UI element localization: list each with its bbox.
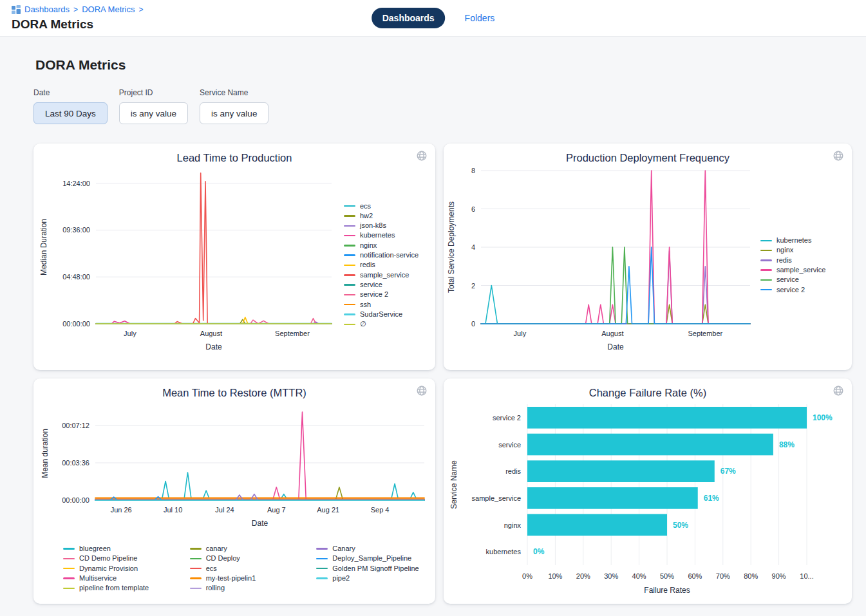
svg-text:09:36:00: 09:36:00 — [62, 226, 90, 234]
legend-swatch-icon — [344, 284, 355, 286]
legend-item[interactable]: service — [760, 275, 852, 285]
legend-item[interactable]: json-k8s — [344, 221, 435, 230]
tab-dashboards[interactable]: Dashboards — [372, 8, 446, 28]
legend-item[interactable]: ecs — [190, 564, 301, 574]
legend-item[interactable]: nginx — [344, 241, 435, 250]
svg-text:Service Name: Service Name — [449, 460, 458, 509]
svg-text:60%: 60% — [688, 572, 702, 580]
svg-text:4: 4 — [471, 243, 475, 251]
svg-text:Mean duration: Mean duration — [41, 429, 50, 478]
filter-project-id-button[interactable]: is any value — [119, 102, 188, 124]
legend-item[interactable]: pipe2 — [316, 574, 428, 583]
legend-swatch-icon — [316, 558, 328, 560]
tab-folders[interactable]: Folders — [465, 13, 495, 23]
breadcrumb-dora-metrics[interactable]: DORA Metrics — [82, 5, 135, 14]
legend-swatch-icon — [190, 588, 202, 590]
legend-swatch-icon — [344, 265, 355, 266]
legend-item[interactable]: service 2 — [344, 290, 435, 299]
globe-icon[interactable] — [833, 150, 844, 162]
svg-text:00:07:12: 00:07:12 — [62, 422, 89, 429]
svg-text:50%: 50% — [660, 572, 674, 580]
filter-service-name-button[interactable]: is any value — [200, 102, 268, 124]
legend-item[interactable]: ∅ — [344, 319, 435, 329]
legend-item[interactable]: redis — [344, 260, 435, 270]
legend-item[interactable]: ecs — [344, 201, 435, 211]
legend-label: pipe2 — [332, 574, 350, 583]
svg-text:Date: Date — [205, 342, 222, 351]
legend-label: ∅ — [360, 319, 366, 329]
legend-item[interactable]: canary — [190, 544, 301, 554]
svg-text:July: July — [514, 330, 527, 337]
legend-item[interactable]: Canary — [316, 544, 428, 554]
globe-icon[interactable] — [833, 385, 844, 397]
legend-swatch-icon — [190, 558, 202, 560]
filter-date-button[interactable]: Last 90 Days — [33, 102, 108, 124]
legend-item[interactable]: CD Deploy — [190, 554, 301, 563]
legend-item[interactable]: rolling — [190, 583, 301, 593]
legend-item[interactable]: redis — [760, 256, 852, 265]
lead-time-legend: ecshw2json-k8skubernetesnginxnotificatio… — [344, 201, 435, 330]
filter-date: Date Last 90 Days — [33, 88, 108, 124]
legend-label: canary — [206, 544, 227, 554]
legend-item[interactable]: Golden PM Signoff Pipeline — [316, 564, 428, 574]
svg-text:Failure Rates: Failure Rates — [644, 586, 690, 595]
legend-item[interactable]: service — [344, 280, 435, 290]
legend-label: ssh — [360, 300, 371, 310]
legend-item[interactable]: hw2 — [344, 211, 435, 221]
legend-swatch-icon — [760, 269, 772, 271]
svg-text:0%: 0% — [522, 572, 532, 580]
svg-text:Total Service Deployments: Total Service Deployments — [447, 201, 456, 293]
legend-item[interactable]: ssh — [344, 300, 435, 310]
legend-item[interactable]: kubernetes — [344, 230, 435, 240]
legend-label: service 2 — [360, 290, 388, 299]
legend-item[interactable]: SudarService — [344, 310, 435, 319]
svg-text:20%: 20% — [576, 572, 590, 580]
svg-text:0%: 0% — [533, 547, 545, 556]
legend-item[interactable]: kubernetes — [760, 236, 852, 245]
svg-text:service: service — [498, 441, 521, 449]
mttr-chart[interactable]: 00:00:0000:03:3600:07:12Jun 26Jul 10Jul … — [33, 399, 435, 539]
legend-item[interactable]: my-test-pipelin1 — [190, 574, 301, 583]
deployment-frequency-chart[interactable]: 02468JulyAugustSeptemberDateTotal Servic… — [444, 164, 760, 366]
legend-item[interactable]: Deploy_Sample_Pipeline — [316, 554, 428, 563]
legend-label: my-test-pipelin1 — [206, 574, 256, 583]
svg-text:00:03:36: 00:03:36 — [62, 459, 89, 467]
svg-text:sample_service: sample_service — [472, 494, 521, 502]
legend-swatch-icon — [344, 245, 355, 247]
globe-icon[interactable] — [416, 385, 428, 397]
svg-text:67%: 67% — [720, 467, 736, 476]
legend-item[interactable]: CD Demo Pipeline — [63, 554, 174, 563]
legend-item[interactable]: sample_service — [760, 265, 852, 275]
filter-service-name: Service Name is any value — [200, 88, 268, 124]
svg-text:04:48:00: 04:48:00 — [62, 273, 90, 281]
change-failure-rate-chart[interactable]: 0%10%20%30%40%50%60%70%80%90%10...servic… — [444, 399, 852, 606]
legend-item[interactable]: service 2 — [760, 285, 852, 295]
legend-swatch-icon — [760, 259, 772, 261]
tiles-grid: Lead Time to Production 00:00:0004:48:00… — [33, 144, 845, 604]
legend-item[interactable]: Multiservice — [63, 574, 174, 583]
lead-time-chart[interactable]: 00:00:0004:48:0009:36:0014:24:00JulyAugu… — [33, 164, 344, 366]
tile-production-deployment-frequency: Production Deployment Frequency 02468Jul… — [444, 144, 852, 370]
legend-item[interactable]: pipeline from template — [63, 583, 174, 593]
legend-item[interactable]: notification-service — [344, 250, 435, 260]
legend-swatch-icon — [760, 250, 772, 252]
legend-swatch-icon — [344, 324, 355, 326]
window-title: DORA Metrics — [12, 17, 93, 32]
chart-title: Mean Time to Restore (MTTR) — [33, 387, 435, 399]
svg-text:70%: 70% — [716, 572, 730, 580]
legend-item[interactable]: sample_service — [344, 270, 435, 280]
svg-text:2: 2 — [471, 282, 475, 290]
legend-label: sample_service — [777, 265, 825, 275]
svg-text:14:24:00: 14:24:00 — [62, 180, 90, 187]
page-title: DORA Metrics — [35, 57, 845, 73]
legend-label: notification-service — [360, 250, 419, 260]
legend-item[interactable]: Dynamic Provision — [63, 564, 174, 574]
legend-swatch-icon — [344, 254, 355, 256]
legend-swatch-icon — [344, 274, 355, 276]
globe-icon[interactable] — [416, 150, 428, 162]
breadcrumb-dashboards[interactable]: Dashboards — [24, 5, 70, 14]
legend-item[interactable]: nginx — [760, 245, 852, 255]
legend-item[interactable]: bluegreen — [63, 544, 174, 554]
legend-swatch-icon — [63, 568, 75, 570]
dashboard-content: DORA Metrics Date Last 90 Days Project I… — [0, 57, 866, 604]
